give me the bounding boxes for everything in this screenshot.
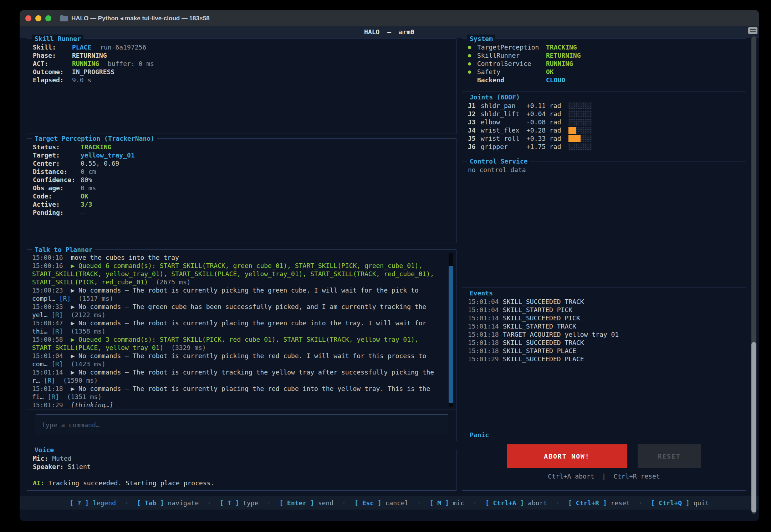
system-row: ●TargetPerceptionTRACKING	[468, 43, 740, 51]
mic-label: Mic:	[33, 455, 48, 462]
statusbar-label: cancel	[386, 499, 409, 507]
joint-id: J3	[468, 118, 481, 126]
system-row: ●BackendCLOUD	[468, 76, 740, 84]
kv-extra: run-6a197256	[100, 43, 146, 51]
log-timestamp: 15:00:47	[32, 319, 71, 327]
system-label: ControlService	[477, 60, 546, 68]
log-segment: ▶	[71, 336, 78, 343]
ai-label: AI:	[33, 479, 45, 487]
kv-row: Skill:PLACErun-6a197256	[33, 43, 450, 51]
log-entry: 15:01:04 ▶ No commands — The robot is cu…	[32, 352, 445, 368]
log-segment: ▶	[71, 352, 78, 360]
statusbar-key: [ Ctrl+R ]	[568, 499, 611, 507]
chat-scrollbar-thumb[interactable]	[449, 266, 453, 403]
kv-label: Confidence:	[33, 176, 81, 184]
statusbar-key: [ Enter ]	[279, 499, 318, 507]
close-button[interactable]	[25, 15, 31, 21]
statusbar-separator: ·	[639, 499, 643, 507]
log-timestamp: 15:00:16	[32, 254, 71, 261]
kv-value: 80%	[81, 176, 87, 182]
statusbar-label: legend	[93, 499, 116, 507]
log-segment: (1517 ms)	[71, 295, 113, 302]
event-row: 15:01:04SKILL_STARTED PICK	[468, 306, 740, 314]
event-time: 15:01:14	[468, 322, 503, 330]
panel-title-talk-to-planner: Talk to Planner	[32, 246, 95, 254]
statusbar-separator: ·	[207, 499, 211, 507]
terminal-window: HALO — Python ◂ make tui-live-cloud — 18…	[20, 10, 759, 521]
panel-target-perception: Target Perception (TrackerNano) Status:T…	[27, 138, 456, 243]
event-time: 15:01:18	[468, 347, 503, 355]
statusbar-key: [ Esc ]	[354, 499, 386, 507]
reset-button[interactable]: RESET	[638, 444, 701, 468]
terminal-scrollbar-thumb[interactable]	[751, 342, 756, 512]
kv-row: Pending:—	[33, 208, 450, 217]
event-text: SKILL_STARTED TRACK	[503, 322, 576, 330]
joint-id: J2	[468, 110, 481, 118]
log-timestamp: 15:00:23	[32, 286, 71, 294]
voice-blank-line	[33, 471, 450, 479]
event-row: 15:01:04SKILL_SUCCEEDED TRACK	[468, 298, 740, 306]
statusbar-key: [ M ]	[430, 499, 453, 507]
panel-system: System ●TargetPerceptionTRACKING●SkillRu…	[462, 38, 746, 92]
panel-panic: Panic ABORT NOW! RESET Ctrl+A abort | Ct…	[462, 435, 746, 491]
kv-row: ACT:RUNNINGbuffer: 0 ms	[33, 60, 450, 68]
statusbar-separator: ·	[342, 499, 346, 507]
event-row: 15:01:18SKILL_STARTED PLACE	[468, 347, 740, 355]
joint-name: shldr_pan	[481, 102, 526, 110]
minimize-button[interactable]	[35, 15, 41, 21]
chat-scrollbar-track	[449, 253, 453, 407]
system-value: RETURNING	[546, 51, 581, 60]
kv-value: PLACE	[72, 43, 91, 51]
system-rows: ●TargetPerceptionTRACKING●SkillRunnerRET…	[462, 39, 746, 84]
log-segment: (2675 ms)	[148, 278, 190, 286]
status-dot: ●	[468, 43, 477, 51]
log-entry: 15:00:47 ▶ No commands — The robot is cu…	[32, 319, 445, 335]
system-row: ●SafetyOK	[468, 68, 740, 76]
joint-bar-fill	[568, 127, 576, 134]
statusbar-hint-mic: [ M ] mic	[430, 499, 465, 507]
log-timestamp: 15:01:14	[32, 368, 71, 376]
kv-row: Phase:RETURNING	[33, 51, 450, 60]
kv-value: TRACKING	[81, 143, 112, 151]
statusbar-label: reset	[611, 499, 630, 507]
panel-skill-runner: Skill Runner Skill:PLACErun-6a197256Phas…	[27, 38, 456, 134]
statusbar-separator: ·	[417, 499, 421, 507]
ai-text: Tracking succeeded. Starting place proce…	[48, 479, 214, 487]
kv-label: Active:	[33, 200, 81, 208]
panel-voice: Voice Mic: Muted Speaker: Silent AI: Tra…	[27, 450, 456, 491]
log-entry: 15:00:16 move the cubes into the tray	[32, 253, 445, 262]
event-row: 15:01:18SKILL_SUCCEEDED TRACK	[468, 339, 740, 347]
command-input[interactable]	[36, 414, 448, 435]
panel-title-panic: Panic	[467, 431, 491, 439]
zoom-button[interactable]	[45, 15, 51, 21]
event-row: 15:01:29SKILL_SUCCEEDED PLACE	[468, 355, 740, 363]
log-segment: [thinking…]	[71, 401, 113, 408]
system-value: OK	[546, 68, 554, 76]
kv-label: Skill:	[33, 43, 72, 51]
app-header: HALO — arm0	[20, 26, 759, 38]
statusbar-separator: ·	[124, 499, 128, 507]
abort-now-button[interactable]: ABORT NOW!	[507, 444, 627, 468]
kv-label: Elapsed:	[33, 76, 72, 84]
joint-id: J4	[468, 126, 481, 134]
log-entry: 15:00:58 ▶ Queued 3 command(s): START_SK…	[32, 335, 445, 352]
status-dot: ●	[468, 60, 477, 68]
joint-id: J1	[468, 102, 481, 110]
joint-name: wrist_flex	[481, 126, 526, 134]
kv-label: Status:	[33, 143, 81, 151]
statusbar-label: mic	[453, 499, 465, 507]
kv-value: —	[81, 209, 85, 216]
event-row: 15:01:14SKILL_STARTED TRACK	[468, 322, 740, 330]
event-row: 15:01:14SKILL_SUCCEEDED PICK	[468, 314, 740, 322]
joint-id: J5	[468, 134, 481, 143]
control-service-empty-text: no control data	[468, 166, 526, 174]
event-text: SKILL_STARTED PLACE	[503, 347, 576, 355]
log-segment: ▶	[71, 262, 78, 269]
system-label: SkillRunner	[477, 51, 546, 60]
log-segment: [R]	[51, 360, 63, 368]
log-segment: Queued 6 command(s): START_SKILL(TRACK, …	[32, 262, 438, 286]
statusbar-hint-abort: [ Ctrl+A ] abort	[485, 499, 547, 507]
statusbar-hint-type: [ T ] type	[220, 499, 258, 507]
log-entry: 15:01:14 ▶ No commands — The robot is cu…	[32, 368, 445, 384]
split-pane-button[interactable]	[748, 27, 757, 34]
